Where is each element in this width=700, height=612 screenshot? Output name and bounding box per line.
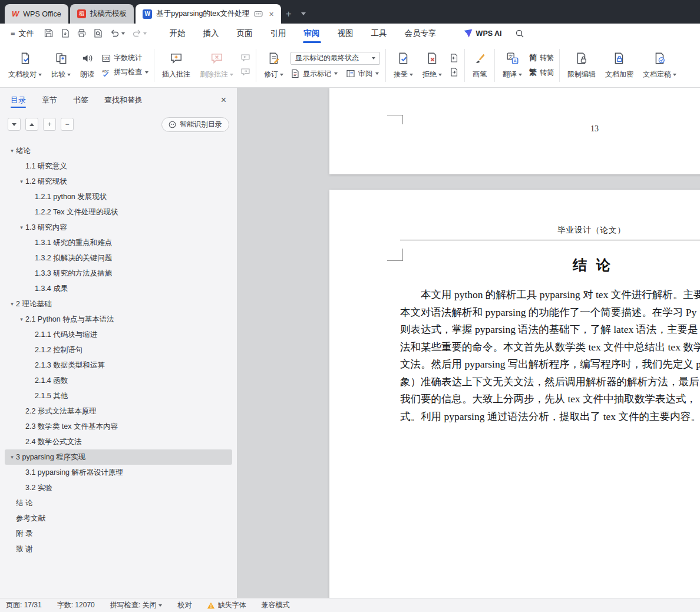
document-page-previous[interactable]: 13: [329, 88, 700, 174]
menu-tab[interactable]: 引用: [262, 24, 295, 43]
toc-item[interactable]: ▾绪论: [5, 143, 232, 158]
toc-item[interactable]: 3.1 pyparsing 解析器设计原理: [5, 465, 232, 480]
toc-item[interactable]: 1.3.3 研究的方法及措施: [5, 266, 232, 281]
menu-tab[interactable]: 审阅: [295, 24, 329, 43]
toc-item[interactable]: 附 录: [5, 526, 232, 541]
toc-item[interactable]: ▾3 pyparsing 程序实现: [5, 449, 232, 465]
menu-tab[interactable]: 视图: [329, 24, 362, 43]
collapse-arrow-icon[interactable]: ▾: [18, 178, 25, 184]
toc-item[interactable]: 1.1 研究意义: [5, 158, 232, 174]
delete-comment-button[interactable]: 删除批注: [195, 46, 238, 85]
file-menu-button[interactable]: ≡ 文件: [6, 28, 39, 39]
doc-proofing-button[interactable]: 文档校对: [4, 46, 47, 85]
toc-item[interactable]: ▾1.3 研究内容: [5, 220, 232, 235]
app-home-tab[interactable]: W WPS Office: [5, 4, 68, 24]
to-simplified-button[interactable]: 繁 转简: [529, 67, 554, 78]
toc-item[interactable]: 1.2.1 python 发展现状: [5, 189, 232, 204]
toc-item[interactable]: 致 谢: [5, 541, 232, 557]
toc-item[interactable]: ▾2.1 Python 特点与基本语法: [5, 312, 232, 327]
to-traditional-button[interactable]: 简 转繁: [529, 52, 554, 63]
toc-item[interactable]: 结 论: [5, 495, 232, 511]
toc-item[interactable]: 1.3.4 成果: [5, 281, 232, 296]
previous-comment-button[interactable]: [240, 53, 250, 63]
close-tab-icon[interactable]: ×: [269, 9, 274, 19]
toc-item[interactable]: 2.1.4 函数: [5, 373, 232, 388]
collapse-arrow-icon[interactable]: ▾: [8, 148, 16, 154]
save-button[interactable]: [44, 28, 54, 38]
toc-item[interactable]: 1.2.2 Tex 文件处理的现状: [5, 204, 232, 220]
track-changes-button[interactable]: 修订: [259, 46, 288, 85]
toc-item[interactable]: 2.1.1 代码块与缩进: [5, 327, 232, 342]
toc-item[interactable]: ▾1.2 研究现状: [5, 174, 232, 189]
toc-item[interactable]: 参考文献: [5, 511, 232, 526]
toc-item[interactable]: 1.3.2 拟解决的关键问题: [5, 250, 232, 266]
word-count-button[interactable]: 123 字数统计: [101, 53, 148, 63]
markup-state-select[interactable]: 显示标记的最终状态: [290, 52, 380, 65]
next-comment-button[interactable]: [240, 67, 250, 77]
toc-item[interactable]: 2.4 数学公式文法: [5, 434, 232, 449]
expand-down-button[interactable]: [8, 118, 21, 131]
toc-item[interactable]: 2.1.2 控制语句: [5, 342, 232, 358]
sidebar-tab[interactable]: 书签: [73, 88, 88, 113]
accept-change-button[interactable]: 接受: [389, 46, 418, 85]
menu-tab[interactable]: 会员专享: [396, 24, 445, 43]
restrict-editing-button[interactable]: 限制编辑: [563, 46, 600, 85]
toc-item[interactable]: 2.1.3 数据类型和运算: [5, 358, 232, 373]
tab-list-chevron-icon[interactable]: [296, 4, 311, 24]
expand-all-button[interactable]: +: [43, 118, 56, 131]
smart-toc-button[interactable]: 智能识别目录: [161, 117, 229, 132]
spellcheck-toggle[interactable]: 拼写检查: 关闭: [103, 600, 170, 610]
sidebar-close-icon[interactable]: ×: [221, 88, 226, 113]
template-doc-tab[interactable]: 稻 找稿壳模板: [70, 4, 134, 24]
menu-tab[interactable]: 开始: [161, 24, 194, 43]
export-pdf-button[interactable]: [60, 28, 70, 38]
word-count-indicator[interactable]: 字数: 12070: [49, 600, 103, 610]
undo-button[interactable]: [110, 29, 125, 38]
print-preview-button[interactable]: [93, 28, 103, 38]
toc-item[interactable]: ▾2 理论基础: [5, 296, 232, 312]
toc-item[interactable]: 3.2 实验: [5, 480, 232, 495]
ink-brush-button[interactable]: 画笔: [468, 46, 491, 85]
next-change-button[interactable]: [449, 67, 459, 77]
compare-button[interactable]: 比较: [47, 46, 75, 85]
page-indicator[interactable]: 页面: 17/31: [6, 600, 49, 610]
insert-comment-button[interactable]: 插入批注: [157, 46, 195, 85]
collapse-all-button[interactable]: −: [61, 118, 74, 131]
redo-dropdown-icon[interactable]: [143, 32, 147, 35]
reject-change-button[interactable]: 拒绝: [418, 46, 447, 85]
read-aloud-button[interactable]: 朗读: [75, 46, 99, 85]
review-pane-button[interactable]: 审阅: [346, 69, 379, 79]
compatibility-mode-indicator[interactable]: 兼容模式: [253, 600, 297, 610]
sidebar-tab[interactable]: 章节: [42, 88, 57, 113]
collapse-arrow-icon[interactable]: ▾: [8, 454, 16, 460]
menu-tab[interactable]: 页面: [228, 24, 262, 43]
missing-font-warning[interactable]: 缺失字体: [199, 600, 253, 610]
menu-tab[interactable]: 工具: [362, 24, 396, 43]
collapse-arrow-icon[interactable]: ▾: [18, 316, 25, 322]
undo-dropdown-icon[interactable]: [121, 32, 125, 35]
toc-item[interactable]: 2.1.5 其他: [5, 388, 232, 403]
proofread-button[interactable]: 校对: [170, 600, 199, 610]
finalize-document-button[interactable]: 文档定稿: [638, 46, 681, 85]
toc-item[interactable]: 1.3.1 研究的重点和难点: [5, 235, 232, 250]
collapse-up-button[interactable]: [25, 118, 38, 131]
search-button[interactable]: [515, 29, 524, 38]
collapse-arrow-icon[interactable]: ▾: [8, 301, 16, 307]
sidebar-tab[interactable]: 目录: [11, 88, 26, 113]
menu-tab[interactable]: 插入: [194, 24, 228, 43]
active-doc-tab[interactable]: W 基于pyparsing的tex文件处理 ×: [136, 4, 281, 24]
document-page-current[interactable]: 毕业设计（论文） 结 论 本文用 python 的解析工具 pyparsing …: [329, 190, 700, 598]
new-tab-button[interactable]: +: [281, 4, 296, 24]
translate-button[interactable]: 文A 翻译: [498, 46, 527, 85]
encrypt-document-button[interactable]: 文档加密: [600, 46, 638, 85]
document-canvas[interactable]: 13 毕业设计（论文） 结 论 本文用 python 的解析工具 pyparsi…: [237, 88, 700, 598]
previous-change-button[interactable]: [449, 53, 459, 63]
toc-item[interactable]: 2.3 数学类 tex 文件基本内容: [5, 419, 232, 434]
collapse-arrow-icon[interactable]: ▾: [18, 224, 25, 230]
toc-item[interactable]: 2.2 形式文法基本原理: [5, 403, 232, 419]
redo-button[interactable]: [131, 29, 147, 38]
sidebar-tab[interactable]: 查找和替换: [104, 88, 143, 113]
print-button[interactable]: [77, 28, 87, 38]
wps-ai-button[interactable]: WPS AI: [464, 29, 502, 38]
show-markup-button[interactable]: 显示标记: [290, 69, 338, 79]
